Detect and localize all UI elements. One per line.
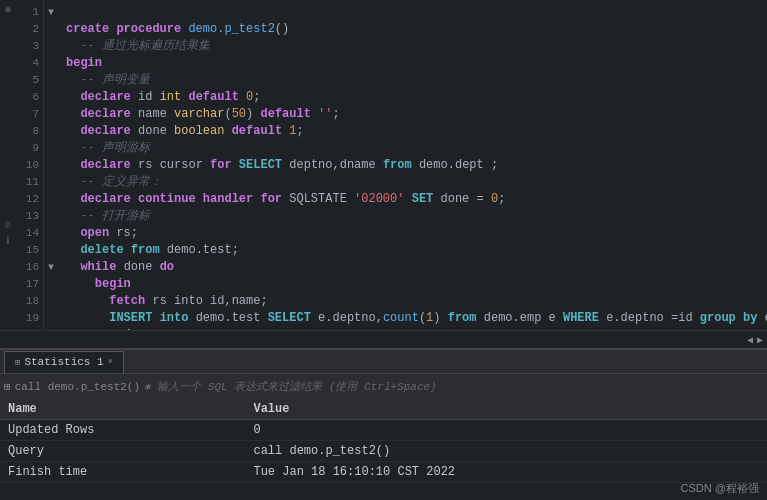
row-name: Updated Rows [0,420,245,441]
table-row: Updated Rows 0 [0,420,767,441]
statistics-tab[interactable]: ⊞ Statistics 1 × [4,351,124,373]
row-value: call demo.p_test2() [245,441,767,462]
code-editor[interactable]: create procedure demo.p_test2() -- 通过光标遍… [58,0,767,330]
filter-icon: ⊞ [4,380,11,393]
filter-bar: ⊞ call demo.p_test2() ✱ 输入一个 SQL 表达式来过滤结… [0,373,767,399]
scroll-right-icon[interactable]: ▶ [757,334,763,346]
table-row: Finish time Tue Jan 18 16:10:10 CST 2022 [0,462,767,483]
watermark: CSDN @程裕强 [681,481,759,496]
horizontal-scrollbar[interactable]: ◀ ▶ [0,330,767,348]
editor-wrapper: ◉ ⚙ ℹ 1 2 3 4 5 6 7 8 9 10 11 12 13 14 1… [0,0,767,330]
filter-input[interactable] [441,381,763,393]
bottom-panel: ⊞ Statistics 1 × ⊞ call demo.p_test2() ✱… [0,348,767,500]
row-name: Query [0,441,245,462]
tab-bar: ⊞ Statistics 1 × [0,349,767,373]
fold-arrow-1[interactable]: ▼ [44,4,58,21]
row-value: Tue Jan 18 16:10:10 CST 2022 [245,462,767,483]
statistics-tab-icon: ⊞ [15,357,20,368]
table-row: Query call demo.p_test2() [0,441,767,462]
filter-current-query: call demo.p_test2() [15,381,140,393]
fold-arrow-16[interactable]: ▼ [44,259,58,276]
results-table-container: Name Value Updated Rows 0 Query call dem… [0,399,767,500]
results-table: Name Value Updated Rows 0 Query call dem… [0,399,767,483]
table-header-row: Name Value [0,399,767,420]
bookmark-icon[interactable]: ◉ [1,2,15,16]
statistics-tab-label: Statistics 1 [24,356,103,368]
scroll-left-icon[interactable]: ◀ [747,334,753,346]
col-value-header: Value [245,399,767,420]
side-gutter: ◉ ⚙ ℹ [0,0,16,330]
fold-gutter: ▼ ▼ [44,0,58,330]
scroll-controls: ◀ ▶ [747,334,763,346]
col-name-header: Name [0,399,245,420]
filter-hint-text: ✱ 输入一个 SQL 表达式来过滤结果 (使用 Ctrl+Space) [144,379,437,394]
info-icon[interactable]: ℹ [1,234,15,248]
row-name: Finish time [0,462,245,483]
tab-close-button[interactable]: × [108,357,113,367]
row-value: 0 [245,420,767,441]
line-numbers: 1 2 3 4 5 6 7 8 9 10 11 12 13 14 15 16 1… [16,0,44,330]
settings-icon[interactable]: ⚙ [1,218,15,232]
